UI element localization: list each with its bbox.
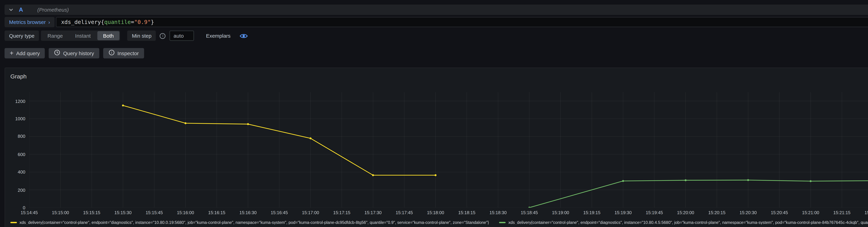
promql-expression-input[interactable]: xds_delivery{quantile="0.9"} (56, 17, 868, 27)
x-axis-tick: 15:16:15 (208, 210, 225, 215)
min-step-label: Min step (127, 31, 156, 41)
history-clock-icon (54, 49, 60, 57)
exemplars-label: Exemplars (202, 31, 235, 41)
query-expression-row: Metrics browser › xds_delivery{quantile=… (4, 17, 868, 27)
x-axis-tick: 15:19:15 (583, 210, 600, 215)
query-type-instant[interactable]: Instant (69, 31, 96, 40)
x-axis-tick: 15:21:00 (802, 210, 819, 215)
x-axis-tick: 15:20:15 (708, 210, 725, 215)
y-axis-tick: 1000 (5, 117, 25, 121)
add-query-label: Add query (16, 50, 40, 56)
legend-series-marker (499, 222, 506, 223)
legend-series-label: xds_delivery{container="control-plane", … (20, 220, 489, 224)
add-query-button[interactable]: + Add query (4, 48, 45, 59)
query-row-header: A (Prometheus) ? (4, 4, 868, 15)
x-axis-tick: 15:17:45 (396, 210, 413, 215)
x-axis-tick: 15:16:45 (271, 210, 288, 215)
x-axis-tick: 15:18:15 (458, 210, 475, 215)
query-type-range[interactable]: Range (42, 31, 69, 40)
chart-plot-area[interactable] (29, 92, 868, 207)
x-axis-tick: 15:18:00 (427, 210, 444, 215)
promql-label-token: quantile (104, 19, 131, 25)
x-axis-tick: 15:17:30 (364, 210, 381, 215)
info-icon: i (160, 33, 166, 39)
x-axis-tick: 15:14:45 (21, 210, 38, 215)
datasource-label: (Prometheus) (37, 7, 69, 13)
query-type-both[interactable]: Both (97, 31, 120, 40)
grafana-explore-view: A (Prometheus) ? Metrics browser › (0, 0, 868, 227)
query-history-label: Query history (63, 50, 94, 56)
promql-close-token: } (151, 19, 154, 25)
legend-series-marker (10, 222, 17, 223)
x-axis-tick: 15:18:30 (489, 210, 506, 215)
promql-operator-token: = (131, 19, 134, 25)
inspector-label: Inspector (117, 50, 139, 56)
query-type-group: RangeInstantBoth (41, 31, 120, 41)
y-axis-tick: 600 (5, 152, 25, 157)
chart-legend: xds_delivery{container="control-plane", … (10, 220, 868, 224)
query-type-label: Query type (4, 31, 39, 41)
x-axis-tick: 15:21:15 (833, 210, 850, 215)
legend-item[interactable]: xds_delivery{container="control-plane", … (499, 220, 868, 224)
promql-metric-token: xds_delivery{ (61, 19, 104, 25)
explore-actions-row: + Add query Query history i Inspector (4, 48, 868, 59)
query-ref-id[interactable]: A (19, 6, 23, 13)
x-axis-tick: 15:19:00 (552, 210, 569, 215)
metrics-browser-button[interactable]: Metrics browser › (4, 17, 55, 27)
query-options-row: Query type RangeInstantBoth Min step i E… (4, 31, 868, 41)
y-axis-tick: 1200 (5, 99, 25, 103)
y-axis-tick: 800 (5, 134, 25, 139)
legend-series-label: xds_delivery{container="control-plane", … (508, 220, 868, 224)
inspector-info-icon: i (108, 49, 115, 57)
panel-title: Graph (10, 73, 27, 80)
x-axis-tick: 15:19:45 (646, 210, 663, 215)
x-axis-tick: 15:17:00 (302, 210, 319, 215)
min-step-input[interactable] (169, 31, 194, 41)
y-axis-tick: 0 (5, 205, 25, 210)
x-axis-tick: 15:20:30 (740, 210, 757, 215)
x-axis-tick: 15:15:00 (52, 210, 69, 215)
x-axis-tick: 15:17:15 (333, 210, 350, 215)
x-axis-tick: 15:16:00 (177, 210, 194, 215)
promql-value-token: "0.9" (134, 19, 151, 25)
x-axis-tick: 15:18:45 (521, 210, 538, 215)
query-history-button[interactable]: Query history (49, 48, 99, 59)
x-axis-tick: 15:20:45 (771, 210, 788, 215)
exemplars-toggle-icon[interactable] (240, 32, 248, 39)
line-chart (29, 92, 868, 207)
y-axis-tick: 400 (5, 170, 25, 174)
x-axis-tick: 15:15:30 (115, 210, 132, 215)
plus-icon: + (10, 51, 13, 56)
inspector-button[interactable]: i Inspector (103, 48, 144, 59)
x-axis-tick: 15:21:30 (865, 210, 868, 215)
y-axis-tick: 200 (5, 188, 25, 192)
graph-panel-header: Graph LinesBarsPointsStacked linesStacke… (5, 68, 868, 85)
x-axis-tick: 15:16:30 (239, 210, 256, 215)
collapse-query-icon[interactable] (8, 7, 14, 12)
graph-panel: Graph LinesBarsPointsStacked linesStacke… (4, 67, 868, 227)
x-axis-tick: 15:15:15 (83, 210, 100, 215)
svg-text:i: i (111, 51, 112, 55)
legend-item[interactable]: xds_delivery{container="control-plane", … (10, 220, 489, 224)
x-axis-tick: 15:15:45 (146, 210, 163, 215)
x-axis-tick: 15:19:30 (615, 210, 632, 215)
x-axis-tick: 15:20:00 (677, 210, 694, 215)
metrics-browser-label: Metrics browser (9, 19, 45, 25)
chevron-right-icon: › (48, 19, 50, 25)
